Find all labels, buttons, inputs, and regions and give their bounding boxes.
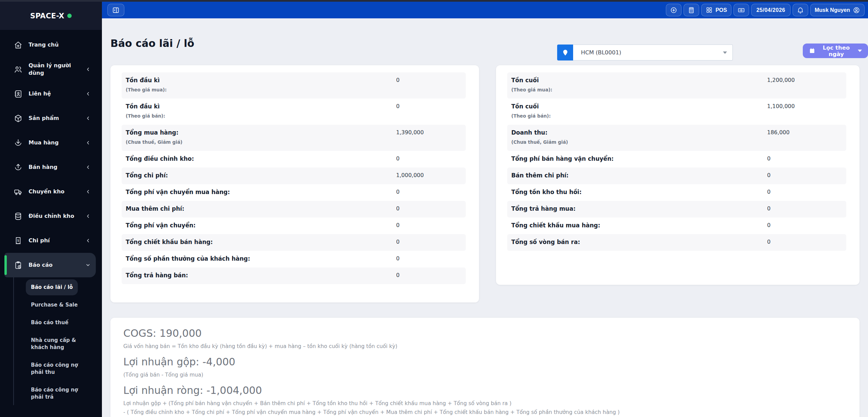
row-value: 186,000 — [767, 129, 790, 136]
svg-text:$: $ — [17, 239, 19, 242]
net-profit-formula-line-2: - ( Tổng điều chỉnh kho + Tổng chi phí +… — [123, 408, 847, 416]
sidebar-item-bao-cao[interactable]: Báo cáo — [4, 253, 96, 277]
row-label: Tổng trả hàng bán: — [126, 272, 188, 279]
sidebar-item-label: Bán hàng — [29, 163, 79, 171]
table-row: Tồn cuối(Theo giá bán):1,100,000 — [507, 99, 846, 125]
sidebar-item-san-pham[interactable]: Sản phẩm — [4, 106, 96, 131]
pos-button[interactable]: POS — [701, 4, 731, 16]
row-label: Tổng điều chỉnh kho: — [126, 155, 194, 162]
table-row: Mua thêm chi phí:0 — [122, 201, 466, 218]
submenu-item-cong-no-phai-tra[interactable]: Báo cáo công nợ phải trả — [26, 382, 93, 405]
row-label: Tổng số vòng bán ra: — [511, 239, 580, 245]
sidebar-item-label: Quản lý người dùng — [29, 62, 79, 77]
row-value: 0 — [396, 77, 400, 83]
row-sublabel: (Theo giá bán): — [511, 113, 846, 119]
caret-down-icon — [858, 50, 862, 52]
submenu-item-purchase-sale[interactable]: Purchase & Sale — [26, 297, 83, 313]
sidebar-item-trang-chu[interactable]: Trang chủ — [4, 33, 96, 57]
row-value: 1,390,000 — [396, 129, 424, 136]
user-menu-button[interactable]: Musk Nguyen — [810, 4, 865, 16]
pos-label: POS — [715, 7, 727, 13]
submenu-item-bao-cao-thue[interactable]: Báo cáo thuế — [26, 315, 73, 331]
sidebar-item-label: Sản phẩm — [29, 115, 79, 122]
date-display-button[interactable]: 25/04/2026 — [751, 4, 791, 16]
plus-circle-icon — [670, 6, 677, 14]
sidebar-item-chuyen-kho[interactable]: Chuyển kho — [4, 179, 96, 204]
sidebar-item-label: Liên hệ — [29, 90, 79, 98]
table-row: Tổng phí bán hàng vận chuyển:0 — [507, 151, 846, 168]
purchase-summary-card: Tồn đầu kì(Theo giá mua):0 Tồn đầu kì(Th… — [110, 65, 479, 302]
table-row: Tổng trả hàng bán:0 — [122, 267, 466, 284]
table-row: Tổng trả hàng mua:0 — [507, 201, 846, 218]
date-filter-button[interactable]: Lọc theo ngày — [803, 44, 868, 58]
row-value: 1,200,000 — [767, 77, 795, 83]
table-row: Tổng chiết khấu bán hàng:0 — [122, 234, 466, 251]
sidebar-item-quan-ly-nguoi-dung[interactable]: Quản lý người dùng — [4, 57, 96, 82]
table-row: Tổng chi phí:1,000,000 — [122, 168, 466, 184]
notifications-button[interactable] — [793, 4, 808, 16]
arrow-down-circle-icon — [14, 138, 23, 147]
chevron-down-icon — [85, 262, 91, 268]
sidebar-item-label: Điều chỉnh kho — [29, 212, 79, 220]
row-label: Tổng trả hàng mua: — [511, 205, 575, 212]
sidebar-item-mua-hang[interactable]: Mua hàng — [4, 131, 96, 155]
row-label: Tồn đầu kì — [126, 103, 160, 110]
submenu-item-nha-cung-cap-khach-hang[interactable]: Nhà cung cấp & khách hàng — [26, 332, 93, 355]
users-icon — [14, 65, 23, 74]
sidebar-item-chi-phi[interactable]: $ Chi phí — [4, 228, 96, 253]
table-row: Tổng phí vận chuyển mua hàng:0 — [122, 184, 466, 201]
database-icon — [14, 212, 23, 221]
banknote-icon — [738, 6, 745, 14]
row-value: 0 — [396, 103, 400, 109]
row-label: Tổng chiết khấu mua hàng: — [511, 222, 600, 229]
location-select[interactable]: HCM (BL0001) — [573, 45, 733, 60]
panel-toggle-icon — [112, 6, 120, 14]
row-label: Tồn đầu kì — [126, 77, 160, 84]
dropdown-caret-icon — [723, 51, 727, 54]
cash-register-button[interactable] — [733, 4, 749, 16]
submenu-item-cong-no-phai-thu[interactable]: Báo cáo công nợ phải thu — [26, 357, 93, 380]
row-label: Mua thêm chi phí: — [126, 205, 184, 212]
row-value: 0 — [396, 272, 400, 278]
chevron-left-icon — [85, 238, 91, 244]
chevron-left-icon — [85, 140, 91, 146]
date-filter-label: Lọc theo ngày — [818, 45, 854, 57]
report-submenu: Báo cáo lãi / lỗ Purchase & Sale Báo cáo… — [13, 277, 102, 405]
row-value: 0 — [767, 222, 770, 228]
chevron-left-icon — [85, 115, 91, 121]
row-label: Tổng chiết khấu bán hàng: — [126, 239, 213, 245]
submenu-item-bao-cao-lai-lo[interactable]: Báo cáo lãi / lỗ — [26, 279, 78, 295]
sidebar-item-lien-he[interactable]: Liên hệ — [4, 82, 96, 106]
location-pin-button[interactable] — [557, 45, 573, 60]
add-button[interactable] — [666, 4, 681, 16]
row-value: 0 — [396, 155, 400, 162]
user-name: Musk Nguyen — [815, 7, 850, 13]
receipt-icon: $ — [14, 236, 23, 245]
row-label: Tồn cuối — [511, 77, 539, 84]
row-label: Doanh thu: — [511, 129, 548, 136]
gross-profit-formula: (Tổng giá bán - Tổng giá mua) — [123, 371, 847, 379]
sidebar-item-ban-hang[interactable]: Bán hàng — [4, 155, 96, 179]
contact-book-icon — [14, 89, 23, 99]
profit-summary-card: COGS: 190,000 Giá vốn hàng bán = Tồn kho… — [110, 318, 860, 417]
sales-summary-card: Tồn cuối(Theo giá mua):1,200,000 Tồn cuố… — [496, 65, 860, 285]
net-profit-formula-line-1: Lợi nhuận gộp + (Tổng phí bán hàng vận c… — [123, 399, 847, 407]
sidebar-toggle-button[interactable] — [107, 4, 124, 16]
location-filter-group: HCM (BL0001) — [557, 45, 733, 60]
row-value: 0 — [396, 189, 400, 195]
calculator-button[interactable] — [684, 4, 699, 16]
topbar: POS 25/04/2026 Musk Nguyen — [102, 2, 868, 18]
app-logo: SPACE-X — [30, 12, 65, 20]
chevron-left-icon — [85, 213, 91, 219]
row-value: 1,100,000 — [767, 103, 795, 109]
main-content: Báo cáo lãi / lỗ HCM (BL0001) Lọc theo n… — [102, 18, 868, 417]
row-label: Tổng phí vận chuyển mua hàng: — [126, 189, 230, 195]
row-label: Tổng tồn kho thu hồi: — [511, 189, 582, 195]
sidebar-item-dieu-chinh-kho[interactable]: Điều chỉnh kho — [4, 204, 96, 228]
package-icon — [14, 114, 23, 123]
sales-summary-rows: Tồn cuối(Theo giá mua):1,200,000 Tồn cuố… — [496, 65, 860, 251]
current-date: 25/04/2026 — [756, 7, 785, 13]
table-row: Tồn đầu kì(Theo giá bán):0 — [122, 99, 466, 125]
table-row: Tổng điều chỉnh kho:0 — [122, 151, 466, 168]
table-row: Doanh thu:(Chưa thuế, Giảm giá)186,000 — [507, 125, 846, 151]
